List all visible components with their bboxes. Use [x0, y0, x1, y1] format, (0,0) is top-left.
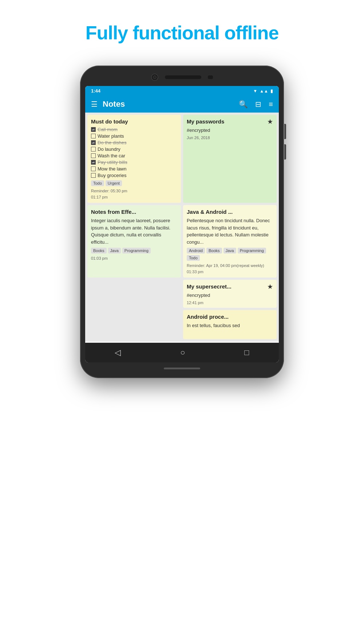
status-icons: ▼ ▲▲ ▮ [253, 89, 273, 94]
star-icon-supersecret: ★ [267, 283, 273, 291]
camera-icon [151, 74, 158, 81]
app-bar-title: Notes [103, 99, 234, 109]
search-icon[interactable]: 🔍 [239, 100, 248, 109]
screen-wrapper: 1:44 ▼ ▲▲ ▮ ☰ Notes 🔍 ⊟ ≡ [85, 86, 279, 362]
note-title-android: Android proce... [187, 314, 273, 320]
sort-icon[interactable]: ≡ [269, 100, 273, 109]
checklist-item-bills: ✓ Pay utility bills [91, 160, 177, 165]
note-title-passwords: My passwords [187, 118, 273, 125]
proximity-sensor [208, 75, 213, 79]
checklist-item-call-mom: ✓ Call mom [91, 127, 177, 132]
note-must-do-today[interactable]: Must do today ✓ Call mom Water plants ✓ … [87, 115, 181, 203]
note-android-proce[interactable]: Android proce... In est tellus, faucibus… [183, 310, 277, 339]
note-title-effe: Notes from Effe... [91, 209, 177, 215]
note-meta-must-do: Reminder: 05:30 pm 01:17 pm [91, 188, 177, 200]
checklist-item-water-plants: Water plants [91, 133, 177, 139]
note-java-android[interactable]: Java & Android ... Pellentesque non tinc… [183, 205, 277, 278]
back-button[interactable]: ◁ [107, 346, 128, 359]
note-body-android: In est tellus, faucibus sed [187, 322, 273, 329]
menu-icon[interactable]: ☰ [91, 100, 98, 109]
home-button[interactable]: ○ [173, 346, 192, 359]
note-title-must-do: Must do today [91, 118, 177, 125]
note-title-supersecret: My supersecret... [187, 283, 273, 290]
home-indicator [164, 368, 200, 369]
note-body-supersecret: #encrypted [187, 292, 273, 299]
note-date-supersecret: 12:41 pm [187, 301, 273, 305]
phone-bottom-bar [85, 368, 279, 369]
phone-top-bar [85, 74, 279, 81]
checkbox-groceries [91, 173, 96, 178]
note-tags-java: Android Books Java Programming Todo [187, 248, 273, 261]
checkbox-laundry [91, 147, 96, 152]
tag-android: Android [187, 248, 205, 254]
checkbox-bills: ✓ [91, 160, 96, 165]
checkbox-mow-lawn [91, 166, 96, 171]
note-tags-must-do: Todo Urgent [91, 180, 177, 186]
status-bar: 1:44 ▼ ▲▲ ▮ [85, 86, 279, 96]
tag-urgent: Urgent [106, 180, 122, 186]
notes-grid: Must do today ✓ Call mom Water plants ✓ … [85, 113, 279, 341]
tag-todo: Todo [91, 180, 104, 186]
view-toggle-icon[interactable]: ⊟ [255, 100, 261, 109]
checklist-item-dishes: ✓ Do the dishes [91, 140, 177, 145]
tag-programming: Programming [238, 248, 266, 254]
battery-icon: ▮ [270, 89, 273, 94]
tag-books-effe: Books [91, 248, 107, 254]
note-body-java: Pellentesque non tincidunt nulla. Donec … [187, 217, 273, 246]
tag-java: Java [223, 248, 236, 254]
note-body-effe: Integer iaculis neque laoreet, posuere i… [91, 217, 177, 246]
app-bar-icons: 🔍 ⊟ ≡ [239, 100, 273, 109]
note-supersecret[interactable]: ★ My supersecret... #encrypted 12:41 pm [183, 280, 277, 308]
recent-button[interactable]: □ [237, 346, 256, 359]
speaker-bar [165, 75, 201, 79]
wifi-icon: ▼ [253, 89, 257, 94]
checkbox-dishes: ✓ [91, 140, 96, 145]
volume-up-btn [284, 124, 286, 139]
phone-screen: 1:44 ▼ ▲▲ ▮ ☰ Notes 🔍 ⊟ ≡ [85, 86, 279, 362]
signal-icon: ▲▲ [260, 89, 268, 94]
status-time: 1:44 [91, 88, 100, 94]
note-date-passwords: Jun 26, 2018 [187, 136, 273, 140]
tag-programming-effe: Programming [122, 248, 151, 254]
side-buttons [284, 124, 286, 160]
note-body-passwords: #encrypted [187, 127, 273, 134]
note-meta-effe: 01:03 pm [91, 255, 177, 262]
note-notes-from-effe[interactable]: Notes from Effe... Integer iaculis neque… [87, 205, 181, 278]
tag-todo-java: Todo [187, 255, 200, 261]
checklist-item-groceries: Buy groceries [91, 173, 177, 178]
tag-java-effe: Java [108, 248, 121, 254]
bottom-nav: ◁ ○ □ [85, 343, 279, 362]
checkbox-wash-car [91, 153, 96, 158]
volume-down-btn [284, 144, 286, 160]
checkbox-call-mom: ✓ [91, 127, 96, 132]
note-meta-java: Reminder: Apr 19, 04:00 pm(repeat weekly… [187, 263, 273, 275]
app-bar: ☰ Notes 🔍 ⊟ ≡ [85, 96, 279, 113]
checkbox-water-plants [91, 134, 96, 138]
page-headline: Fully functional offline [86, 22, 279, 44]
star-icon-passwords: ★ [267, 118, 273, 126]
checklist-item-mow-lawn: Mow the lawn [91, 166, 177, 172]
checklist-item-wash-car: Wash the car [91, 153, 177, 158]
phone-shell: 1:44 ▼ ▲▲ ▮ ☰ Notes 🔍 ⊟ ≡ [80, 66, 284, 378]
note-title-java: Java & Android ... [187, 209, 273, 215]
tag-books: Books [206, 248, 222, 254]
note-my-passwords[interactable]: ★ My passwords #encrypted Jun 26, 2018 [183, 115, 277, 203]
checklist-item-laundry: Do laundry [91, 146, 177, 152]
note-tags-effe: Books Java Programming [91, 248, 177, 254]
